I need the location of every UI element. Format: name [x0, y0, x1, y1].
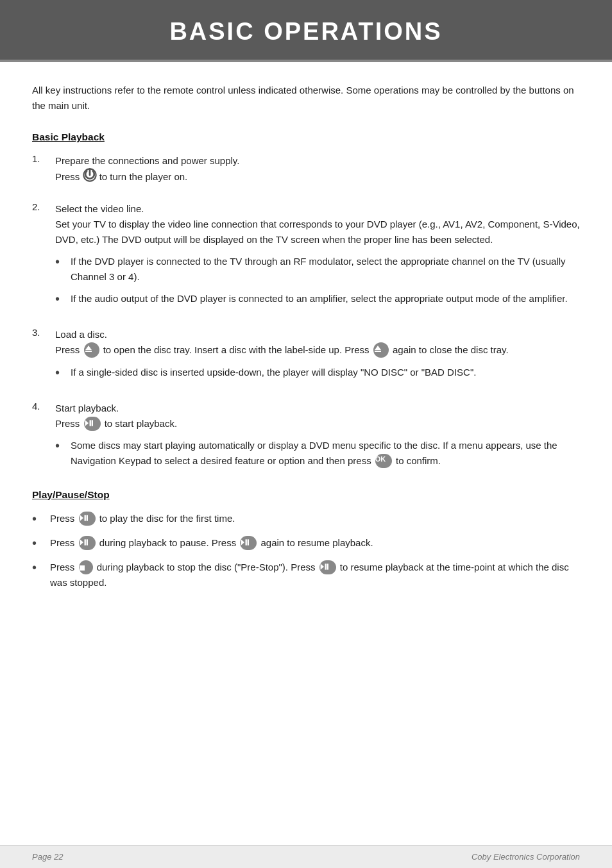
step-1-main: Prepare the connections and power supply… — [55, 155, 239, 166]
step-4-content: Start playback. Press to start playback.… — [55, 401, 580, 475]
pps-item-1: • Press to play the disc for the first t… — [32, 511, 580, 526]
play-pause-stop-heading: Play/Pause/Stop — [32, 489, 580, 501]
basic-playback-heading: Basic Playback — [32, 131, 580, 143]
step-1-num: 1. — [32, 153, 55, 164]
step-3: 3. Load a disc. Press to open the disc t… — [32, 327, 580, 387]
footer-page-number: Page 22 — [32, 852, 63, 862]
bullet-dot: • — [32, 535, 50, 551]
step-4-bullet-1-text: Some discs may start playing automatical… — [71, 438, 580, 469]
bullet-dot: • — [32, 560, 50, 575]
step-3-bullets: • If a single-sided disc is inserted ups… — [55, 365, 580, 380]
step-1-content: Prepare the connections and power supply… — [55, 153, 580, 187]
stop-icon-pps3a — [79, 560, 93, 574]
eject-icon-2 — [373, 342, 389, 358]
play-icon-pps3b — [319, 560, 336, 574]
step-2-bullet-1: • If the DVD player is connected to the … — [55, 254, 580, 285]
step-3-bullet-1: • If a single-sided disc is inserted ups… — [55, 365, 580, 380]
step-4-sub: Press to start playback. — [55, 418, 177, 429]
page-footer: Page 22 Coby Electronics Corporation — [0, 845, 612, 868]
step-3-content: Load a disc. Press to open the disc tray… — [55, 327, 580, 387]
step-3-bullet-1-text: If a single-sided disc is inserted upsid… — [71, 365, 476, 380]
bullet-dot: • — [55, 291, 71, 306]
step-3-sub: Press to open the disc tray. Insert a di… — [55, 344, 509, 355]
pps-item-3: • Press during playback to stop the disc… — [32, 560, 580, 590]
ok-icon: OK — [375, 454, 392, 468]
play-icon — [84, 417, 101, 431]
power-icon — [83, 168, 97, 187]
pps-item-3-text: Press during playback to stop the disc (… — [50, 560, 580, 590]
step-2-content: Select the video line. Set your TV to di… — [55, 201, 580, 313]
pps-item-2-text: Press during playback to pause. Press ag… — [50, 535, 373, 551]
step-1: 1. Prepare the connections and power sup… — [32, 153, 580, 187]
step-3-main: Load a disc. — [55, 329, 107, 340]
footer-company-name: Coby Electronics Corporation — [472, 852, 580, 862]
step-1-sub: Press to turn the player on. — [55, 171, 187, 182]
bullet-dot: • — [32, 511, 50, 526]
bullet-dot: • — [55, 438, 71, 453]
step-2-sub: Set your TV to display the video line co… — [55, 219, 580, 245]
step-4-main: Start playback. — [55, 403, 119, 413]
pps-item-2: • Press during playback to pause. Press … — [32, 535, 580, 551]
play-icon-pps2a — [79, 536, 96, 550]
step-2-bullet-1-text: If the DVD player is connected to the TV… — [71, 254, 580, 285]
step-2-bullet-2: • If the audio output of the DVD player … — [55, 291, 580, 306]
step-2-bullet-2-text: If the audio output of the DVD player is… — [71, 291, 568, 306]
bullet-dot: • — [55, 365, 71, 380]
steps-list: 1. Prepare the connections and power sup… — [32, 153, 580, 475]
step-2-bullets: • If the DVD player is connected to the … — [55, 254, 580, 306]
play-pause-stop-section: Play/Pause/Stop • Press to play the disc… — [32, 489, 580, 590]
page-title: BASIC OPERATIONS — [13, 18, 599, 46]
step-2-main: Select the video line. — [55, 203, 144, 214]
step-2-num: 2. — [32, 201, 55, 212]
bullet-dot: • — [55, 254, 71, 269]
step-4-bullet-1: • Some discs may start playing automatic… — [55, 438, 580, 469]
step-4-bullets: • Some discs may start playing automatic… — [55, 438, 580, 469]
main-content: All key instructions refer to the remote… — [0, 62, 612, 845]
pps-item-1-text: Press to play the disc for the first tim… — [50, 511, 235, 526]
page-header: BASIC OPERATIONS — [0, 0, 612, 60]
play-icon-pps2b — [240, 536, 257, 550]
step-4: 4. Start playback. Press to start playba… — [32, 401, 580, 475]
step-4-num: 4. — [32, 401, 55, 412]
step-2: 2. Select the video line. Set your TV to… — [32, 201, 580, 313]
play-icon-pps1 — [79, 512, 96, 526]
step-3-num: 3. — [32, 327, 55, 338]
play-pause-stop-list: • Press to play the disc for the first t… — [32, 511, 580, 590]
intro-paragraph: All key instructions refer to the remote… — [32, 83, 580, 113]
eject-icon — [84, 342, 99, 358]
